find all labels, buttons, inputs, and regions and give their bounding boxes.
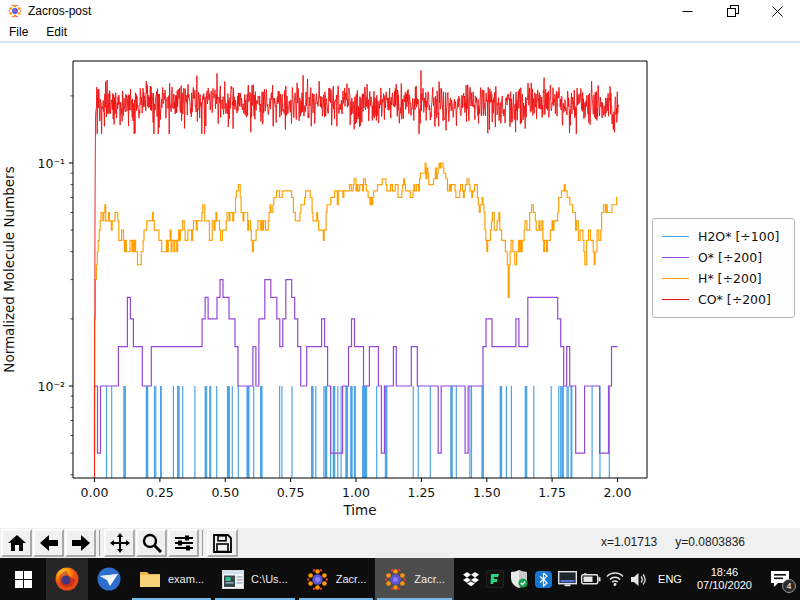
x-tick-label: 0.50 (211, 485, 239, 500)
menu-bar: File Edit (0, 22, 800, 41)
windows-logo-icon (15, 571, 32, 588)
forward-button[interactable] (65, 529, 96, 557)
x-axis-label: Time (342, 502, 376, 518)
minimize-icon (682, 6, 693, 17)
clock-time: 18:46 (697, 566, 752, 579)
restore-button[interactable] (710, 0, 755, 22)
firefox-icon (54, 566, 80, 592)
legend-line-sample (662, 236, 689, 237)
x-tick-label: 1.75 (538, 485, 566, 500)
x-tick-label: 0.00 (81, 485, 109, 500)
taskbar-zacros-label: Zacr... (336, 573, 367, 585)
clock-date: 07/10/2020 (697, 579, 752, 592)
forward-arrow-icon (71, 535, 91, 551)
minimize-button[interactable] (665, 0, 710, 22)
x-tick-label: 0.25 (146, 485, 174, 500)
zacros-post-window: Zacros-post File Edit 0.000.250.500.751.… (0, 0, 800, 600)
legend-item-1: O* [÷200] (662, 247, 786, 268)
zacros-icon (306, 568, 329, 591)
toolbar-separator (202, 530, 203, 556)
legend-label: O* [÷200] (698, 250, 762, 265)
start-button[interactable] (0, 558, 46, 600)
legend-line-sample (662, 278, 689, 279)
y-tick-label: 10⁻¹ (37, 156, 65, 171)
console-window-icon (222, 570, 244, 589)
taskbar-zacros-post-button[interactable]: Zacr... (375, 558, 454, 600)
legend-line-sample (662, 299, 689, 300)
taskbar-console-label: C:\Us... (251, 573, 288, 585)
figure-area: 0.000.250.500.751.001.251.501.752.00Time… (0, 43, 800, 528)
taskbar-explorer-button[interactable]: exam... (130, 558, 213, 600)
toolbar-separator (99, 530, 100, 556)
folder-icon (139, 570, 161, 588)
taskbar-clock[interactable]: 18:46 07/10/2020 (689, 566, 760, 592)
menu-file[interactable]: File (9, 25, 28, 39)
y-axis-label: Normalized Molecule Numbers (1, 166, 17, 372)
taskbar-zacros-button[interactable]: Zacr... (297, 558, 376, 600)
save-button[interactable] (207, 529, 238, 557)
taskbar-thunderbird-button[interactable] (88, 558, 130, 600)
menu-edit[interactable]: Edit (46, 25, 67, 39)
x-tick-label: 1.00 (342, 485, 370, 500)
cursor-readout: x=1.01713y=0.0803836 (583, 535, 745, 549)
zoom-rect-button[interactable] (136, 529, 167, 557)
volume-tray-icon[interactable] (627, 558, 651, 600)
wifi-tray-icon[interactable] (603, 558, 627, 600)
close-icon (772, 6, 783, 17)
pan-icon (110, 533, 130, 553)
legend-item-2: H* [÷200] (662, 268, 786, 289)
legend-item-3: CO* [÷200] (662, 289, 786, 310)
dropbox-tray-icon[interactable] (459, 558, 483, 600)
x-tick-label: 2.00 (604, 485, 632, 500)
chart-legend: H2O* [÷100]O* [÷200]H* [÷200]CO* [÷200] (652, 218, 795, 318)
y-tick-label: 10⁻² (37, 379, 65, 394)
taskbar-firefox-button[interactable] (46, 558, 88, 600)
legend-item-0: H2O* [÷100] (662, 226, 786, 247)
x-tick-label: 1.50 (473, 485, 501, 500)
close-button[interactable] (755, 0, 800, 22)
mpl-toolbar: x=1.01713y=0.0803836 (0, 528, 800, 558)
legend-label: CO* [÷200] (698, 292, 771, 307)
legend-label: H2O* [÷100] (698, 229, 780, 244)
title-bar[interactable]: Zacros-post (0, 0, 800, 22)
taskbar-explorer-label: exam... (168, 573, 204, 585)
back-arrow-icon (39, 535, 59, 551)
action-center-button[interactable]: 4 (760, 558, 800, 600)
taskbar-console-button[interactable]: C:\Us... (213, 558, 297, 600)
sliders-icon (174, 534, 194, 552)
system-tray: ENG 18:46 07/10/2020 4 (459, 558, 800, 600)
fsecure-tray-icon[interactable] (483, 558, 507, 600)
restore-icon (727, 5, 739, 17)
zacros-app-icon (8, 4, 22, 18)
thunderbird-icon (96, 566, 122, 592)
x-tick-label: 1.25 (407, 485, 435, 500)
taskbar: exam... C:\Us... (0, 558, 800, 600)
legend-label: H* [÷200] (698, 271, 762, 286)
cursor-x: x=1.01713 (601, 535, 657, 549)
home-button[interactable] (1, 529, 32, 557)
back-button[interactable] (33, 529, 64, 557)
defender-tray-icon[interactable] (507, 558, 531, 600)
bluetooth-tray-icon[interactable] (531, 558, 555, 600)
language-indicator[interactable]: ENG (651, 573, 689, 585)
legend-line-sample (662, 257, 689, 258)
zacros-icon (384, 568, 407, 591)
home-icon (7, 534, 27, 552)
magnifier-icon (142, 533, 162, 553)
save-floppy-icon (213, 534, 232, 553)
battery-tray-icon[interactable] (579, 558, 603, 600)
window-title: Zacros-post (28, 4, 91, 18)
x-tick-label: 0.75 (277, 485, 305, 500)
display-tray-icon[interactable] (555, 558, 579, 600)
configure-subplots-button[interactable] (168, 529, 199, 557)
notification-badge: 4 (782, 579, 796, 593)
cursor-y: y=0.0803836 (675, 535, 745, 549)
pan-button[interactable] (104, 529, 135, 557)
taskbar-zacros-post-label: Zacr... (414, 573, 445, 585)
